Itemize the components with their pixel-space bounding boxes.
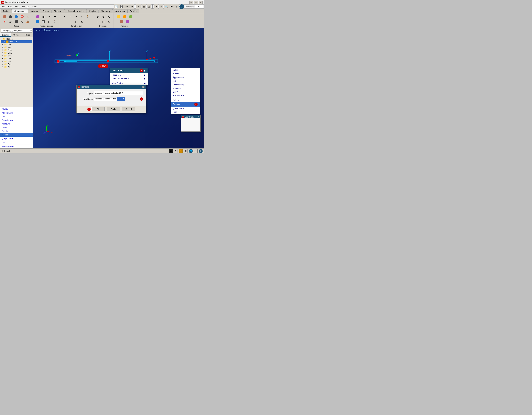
tree-node-res[interactable]: + 📁 Res... <box>1 63 32 65</box>
tab-simulation[interactable]: Simulation <box>113 9 127 13</box>
torus-icon[interactable]: ⭕ <box>19 14 25 19</box>
menu-edit[interactable]: Edit <box>7 5 13 8</box>
panel-tab-filters[interactable]: Filters <box>22 33 33 37</box>
tab-design-exploration[interactable]: Design Exploration <box>65 9 87 13</box>
tree-node-bodies[interactable]: − 📁 Bodies <box>1 37 32 40</box>
view-btn[interactable]: 👁 <box>169 4 174 9</box>
select-btn[interactable]: ↖ <box>136 4 141 9</box>
select2-btn[interactable]: ⊠ <box>142 4 146 9</box>
extrusion-icon[interactable]: ⬛ <box>14 19 19 24</box>
menu-file[interactable]: File <box>1 5 7 8</box>
constr-btn1[interactable]: + <box>62 14 67 19</box>
dialog-close-button[interactable]: ✕ <box>142 86 144 88</box>
help-btn[interactable]: ? <box>179 4 184 9</box>
constr-btn8[interactable]: ⊙ <box>79 19 85 24</box>
frustum-icon[interactable]: 🔻 <box>2 19 7 24</box>
feat-btn3[interactable]: 🟩 <box>128 14 133 19</box>
select3-btn[interactable]: ⊡ <box>147 4 151 9</box>
tree-node-con[interactable]: + 📁 Con... <box>1 43 32 46</box>
plate-icon[interactable]: ▱ <box>8 19 13 24</box>
new-btn[interactable]: 📄 <box>114 4 119 9</box>
flex-btn1[interactable]: 🟪 <box>35 14 40 19</box>
tab-elements[interactable]: Elements <box>51 9 65 13</box>
tree-node-me[interactable]: + 📁 Me... <box>1 54 32 57</box>
globe-icon[interactable]: 🌐 <box>189 149 193 153</box>
zoom-btn[interactable]: 🔍 <box>164 4 169 9</box>
ctx-left-delete[interactable]: Delete <box>0 129 33 133</box>
redo-btn[interactable]: ↪ <box>129 4 134 9</box>
constr-btn5[interactable]: 🚶 <box>85 14 91 19</box>
save-btn[interactable]: 💾 <box>119 4 124 9</box>
tab-bodies[interactable]: Bodies <box>1 9 12 13</box>
tab-motions[interactable]: Motions <box>28 9 40 13</box>
flex-btn5[interactable]: 🟦 <box>35 19 40 24</box>
flex-btn4[interactable]: 〰 <box>52 14 58 19</box>
flex-btn3[interactable]: 〜 <box>47 14 52 19</box>
rotate-btn[interactable]: ⟳ <box>154 4 158 9</box>
constr-btn2[interactable]: ↗ <box>68 14 73 19</box>
ok-button[interactable]: OK <box>91 107 105 111</box>
maximize-button[interactable]: □ <box>194 1 198 4</box>
dialog-newname-highlighted[interactable]: CRANK <box>117 97 125 101</box>
cylinder-icon[interactable]: 🔵 <box>14 14 19 19</box>
constr-btn4[interactable]: xyz <box>79 14 85 19</box>
constr-btn6[interactable]: ○ <box>68 19 73 24</box>
panel-tab-browse[interactable]: Browse <box>0 33 11 37</box>
cancel-button[interactable]: Cancel <box>122 107 135 111</box>
menu-settings[interactable]: Settings <box>21 5 30 8</box>
ctx-left-info[interactable]: Info <box>0 115 33 118</box>
cone-icon[interactable]: 🔺 <box>25 14 30 19</box>
bool-btn3[interactable]: ⊖ <box>106 14 112 19</box>
panel-tab-groups[interactable]: Groups <box>11 33 22 37</box>
tab-results[interactable]: Results <box>127 9 139 13</box>
increment-input[interactable] <box>195 5 203 8</box>
ctx-left-rename[interactable]: Rename <box>0 133 33 137</box>
ctx-left-measure[interactable]: Measure <box>0 122 33 126</box>
tab-connectors[interactable]: Connectors <box>12 9 28 13</box>
close-button[interactable]: ✕ <box>199 1 203 4</box>
menu-tools[interactable]: Tools <box>31 5 38 8</box>
constr-btn7[interactable]: ◻ <box>74 19 79 24</box>
ctx-left-associativity[interactable]: Associativity <box>0 118 33 122</box>
sphere-icon[interactable]: ⚫ <box>8 14 13 19</box>
info-icon[interactable]: i <box>199 149 203 153</box>
model-dropdown[interactable]: .example_1_crank_rocker <box>1 29 32 33</box>
ctx-left-appearance[interactable]: Appearance <box>0 111 33 115</box>
flex-btn7[interactable]: ⊡ <box>47 19 52 24</box>
flex-btn6[interactable]: 🔲 <box>41 19 46 24</box>
tree-node-for[interactable]: + 📁 For... <box>1 49 32 51</box>
feat-btn1[interactable]: 🟨 <box>116 14 121 19</box>
status-btn4[interactable]: ⊞ <box>184 149 188 153</box>
bool-btn1[interactable]: ⊕ <box>95 14 100 19</box>
tab-plugins[interactable]: Plugins <box>87 9 98 13</box>
move-btn[interactable]: ⤢ <box>159 4 163 9</box>
minimize-button[interactable]: — <box>189 1 193 4</box>
bool-btn2[interactable]: ⊗ <box>101 14 106 19</box>
status-btn2[interactable]: ⟳ <box>174 149 178 153</box>
tree-node-des[interactable]: + 📁 Des... <box>1 57 32 60</box>
flex-btn2[interactable]: ⊞ <box>41 14 46 19</box>
box-icon[interactable]: 🟫 <box>2 14 7 19</box>
bool-btn6[interactable]: ⊙ <box>106 19 112 24</box>
flex-btn8[interactable]: 🚶 <box>52 19 58 24</box>
tree-node-ele[interactable]: + 📁 Ele... <box>1 51 32 54</box>
bool-btn5[interactable]: ◻ <box>101 19 106 24</box>
undo-btn[interactable]: ↩ <box>124 4 129 9</box>
status-btn3[interactable]: 🔆 <box>179 149 183 153</box>
feat-btn4[interactable]: 🟫 <box>119 19 124 24</box>
status-btn1[interactable]: 🖥 <box>169 149 173 153</box>
title-bar-controls[interactable]: — □ ✕ <box>189 1 203 4</box>
ctx-left-hide[interactable]: Hide <box>0 140 33 144</box>
tree-node-sim[interactable]: + 📁 Sim... <box>1 60 32 63</box>
revolution-icon[interactable]: ↻ <box>19 19 25 24</box>
ctx-left-copy[interactable]: Copy <box>0 126 33 129</box>
bool-btn4[interactable]: ○ <box>95 19 100 24</box>
tree-node-part2[interactable]: + PART_2 <box>1 40 32 43</box>
apply-button[interactable]: Apply <box>107 107 120 111</box>
ctx-left-makeflexible[interactable]: Make Flexible <box>0 145 33 148</box>
feat-btn2[interactable]: 🟧 <box>122 14 127 19</box>
tree-node-all[interactable]: + 📁 All <box>1 65 32 68</box>
tab-forces[interactable]: Forces <box>40 9 51 13</box>
menu-view[interactable]: View <box>13 5 20 8</box>
tab-machinery[interactable]: Machinery <box>98 9 113 13</box>
